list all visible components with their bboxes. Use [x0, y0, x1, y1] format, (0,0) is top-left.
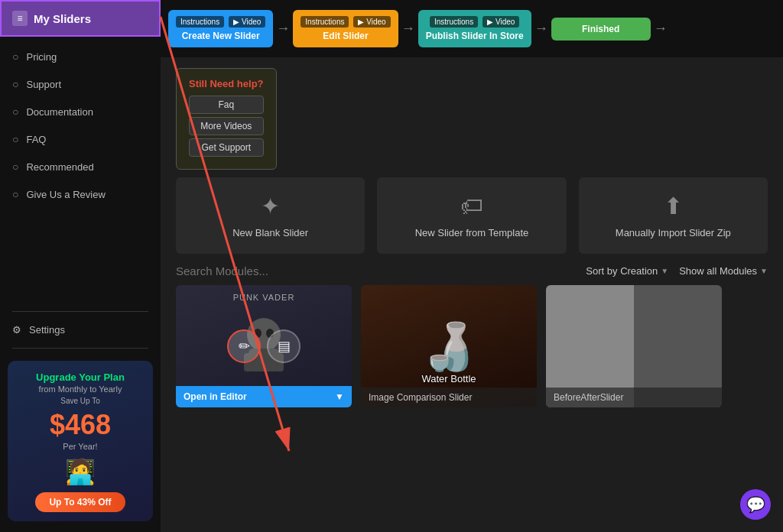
upgrade-card: Upgrade Your Plan from Monthly to Yearly… — [8, 361, 153, 521]
module-card-baw[interactable]: BeforeAfterSlider — [546, 285, 722, 407]
logo-icon: ≡ — [12, 11, 28, 26]
sidebar-item-give-us-a-review[interactable]: ○ Give Us a Review — [0, 180, 161, 208]
show-all-arrow-icon: ▼ — [760, 267, 768, 275]
punk-vader-label: PUNK VADER — [233, 293, 295, 302]
sidebar-nav-icon-3: ○ — [12, 133, 18, 145]
step-arrow-2: → — [398, 21, 418, 37]
step-edit[interactable]: Instructions ▶ Video Edit Slider — [293, 10, 398, 47]
sidebar-nav-icon-4: ○ — [12, 161, 18, 173]
sort-label: Sort by Creation — [586, 265, 658, 277]
import-slider-label: Manually Import Slider Zip — [616, 227, 731, 238]
step-create-label: Create New Slider — [182, 31, 260, 41]
sidebar-nav-icon-5: ○ — [12, 188, 18, 200]
punk-media-button[interactable]: ▤ — [267, 329, 301, 363]
water-bottle-title: Image Comparison Slider — [361, 388, 537, 407]
new-template-slider-card[interactable]: 🏷 New Slider from Template — [377, 177, 566, 254]
step-finished-label: Finished — [582, 24, 619, 34]
punk-open-label: Open in Editor — [184, 391, 247, 402]
modules-grid: PUNK VADER ✏ ▤ Open in Editor ▼ — [161, 285, 783, 423]
sidebar-settings-item[interactable]: ⚙ Settings — [0, 316, 161, 343]
help-and-new-section: Still Need help? Faq More Videos Get Sup… — [161, 57, 783, 177]
blank-slider-icon: ✦ — [261, 193, 280, 219]
sidebar-nav-label-5: Give Us a Review — [26, 189, 105, 200]
search-input[interactable] — [176, 264, 575, 277]
show-all-modules-button[interactable]: Show all Modules ▼ — [679, 265, 768, 277]
sidebar-logo[interactable]: ≡ My Sliders — [0, 0, 161, 37]
help-box: Still Need help? Faq More Videos Get Sup… — [176, 68, 277, 170]
sidebar-item-documentation[interactable]: ○ Documentation — [0, 98, 161, 125]
sidebar-nav-label-1: Support — [26, 79, 61, 90]
show-all-label: Show all Modules — [679, 265, 757, 277]
step-publish-video[interactable]: ▶ Video — [482, 16, 519, 28]
step-publish-instructions[interactable]: Instructions — [430, 16, 478, 28]
step-publish-label: Publish Slider In Store — [426, 31, 524, 41]
step-edit-label: Edit Slider — [323, 31, 368, 41]
sidebar-item-pricing[interactable]: ○ Pricing — [0, 43, 161, 70]
step-arrow-3: → — [531, 21, 551, 37]
water-bottle-watermark: Water Bottle — [421, 373, 476, 384]
module-card-footer-punk: Open in Editor ▼ — [176, 386, 352, 407]
sort-arrow-icon: ▼ — [661, 267, 668, 275]
sidebar-item-support[interactable]: ○ Support — [0, 70, 161, 98]
module-card-punk-vader[interactable]: PUNK VADER ✏ ▤ Open in Editor ▼ — [176, 285, 352, 407]
blank-slider-label: New Blank Slider — [232, 227, 308, 238]
sidebar-nav-icon-2: ○ — [12, 105, 18, 118]
sidebar-nav-label-3: FAQ — [26, 134, 46, 145]
upgrade-figure: 🧑‍💻 — [17, 457, 144, 486]
import-slider-icon: ⬆ — [664, 193, 683, 219]
punk-vader-actions: ✏ ▤ — [227, 329, 301, 363]
step-arrow-1: → — [273, 21, 293, 37]
sidebar-nav-icon-1: ○ — [12, 78, 18, 90]
help-faq-button[interactable]: Faq — [189, 96, 264, 114]
step-finished[interactable]: Finished — [551, 18, 651, 41]
sidebar-divider-2 — [12, 348, 148, 349]
step-edit-instructions[interactable]: Instructions — [301, 16, 349, 28]
sidebar: ≡ My Sliders ○ Pricing○ Support○ Documen… — [0, 0, 161, 532]
sidebar-nav-label-4: Recommended — [26, 161, 93, 173]
sidebar-item-recommended[interactable]: ○ Recommended — [0, 153, 161, 180]
sidebar-divider — [12, 311, 148, 312]
punk-edit-button[interactable]: ✏ — [227, 329, 261, 363]
sidebar-nav-label-2: Documentation — [26, 106, 93, 118]
new-blank-slider-card[interactable]: ✦ New Blank Slider — [176, 177, 365, 254]
upgrade-price: $468 — [17, 410, 144, 440]
water-bottle-icon: 🍶 — [421, 320, 478, 374]
main-content: Instructions ▶ Video Create New Slider →… — [161, 0, 783, 532]
new-slider-section: ✦ New Blank Slider 🏷 New Slider from Tem… — [161, 177, 783, 264]
module-card-water-bottle[interactable]: 🍶 Water Bottle Image Comparison Slider — [361, 285, 537, 407]
settings-icon: ⚙ — [12, 324, 21, 336]
steps-bar: Instructions ▶ Video Create New Slider →… — [161, 0, 783, 57]
step-publish[interactable]: Instructions ▶ Video Publish Slider In S… — [418, 10, 531, 47]
sidebar-nav-label-0: Pricing — [26, 51, 57, 63]
save-text: Save Up To — [17, 397, 144, 405]
upgrade-subtitle: from Monthly to Yearly — [17, 384, 144, 394]
help-title: Still Need help? — [189, 78, 264, 89]
sidebar-logo-label: My Sliders — [34, 12, 91, 25]
template-slider-label: New Slider from Template — [415, 227, 529, 238]
import-slider-card[interactable]: ⬆ Manually Import Slider Zip — [579, 177, 768, 254]
sidebar-nav-icon-0: ○ — [12, 50, 18, 63]
help-support-button[interactable]: Get Support — [189, 138, 264, 157]
upgrade-per-year: Per Year! — [17, 442, 144, 451]
step-arrow-4: → — [651, 21, 671, 37]
template-slider-icon: 🏷 — [460, 193, 483, 219]
baw-title: BeforeAfterSlider — [546, 388, 722, 407]
step-edit-video[interactable]: ▶ Video — [353, 16, 390, 28]
search-bar: Sort by Creation ▼ Show all Modules ▼ — [161, 264, 783, 285]
sidebar-item-faq[interactable]: ○ FAQ — [0, 125, 161, 153]
sidebar-nav: ○ Pricing○ Support○ Documentation○ FAQ○ … — [0, 37, 161, 307]
step-create-video[interactable]: ▶ Video — [229, 16, 265, 28]
settings-label: Settings — [29, 324, 65, 336]
upgrade-title: Upgrade Your Plan — [17, 371, 144, 383]
help-videos-button[interactable]: More Videos — [189, 117, 264, 135]
chat-bubble-button[interactable]: 💬 — [740, 489, 771, 520]
step-create-instructions[interactable]: Instructions — [176, 16, 224, 28]
punk-footer-arrow: ▼ — [335, 391, 344, 402]
sort-by-creation-button[interactable]: Sort by Creation ▼ — [586, 265, 668, 277]
upgrade-button[interactable]: Up To 43% Off — [35, 492, 125, 512]
step-create[interactable]: Instructions ▶ Video Create New Slider — [168, 10, 273, 47]
